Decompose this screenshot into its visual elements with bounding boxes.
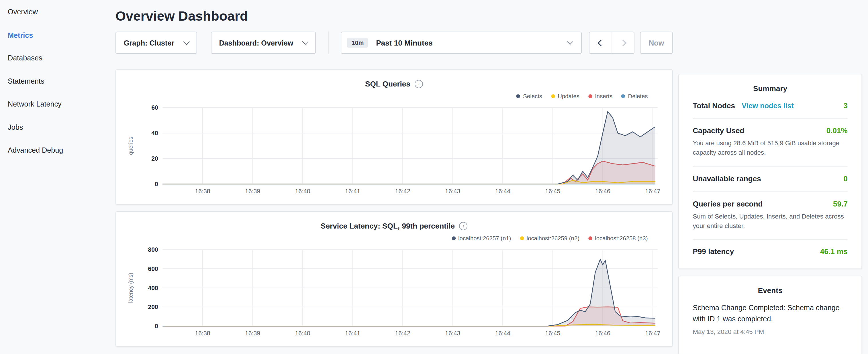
- legend-dot-icon: [621, 94, 625, 98]
- svg-text:20: 20: [151, 155, 158, 162]
- svg-text:latency (ms): latency (ms): [128, 273, 134, 303]
- legend-item[interactable]: Inserts: [588, 93, 612, 99]
- chart-canvas: 020406016:3816:3916:4016:4116:4216:4316:…: [126, 103, 662, 197]
- svg-text:16:38: 16:38: [195, 330, 210, 337]
- summary-panel: Summary Total NodesView nodes list3Capac…: [678, 74, 862, 269]
- time-back-button[interactable]: [589, 32, 612, 53]
- chevron-down-icon: [302, 38, 309, 45]
- svg-text:16:41: 16:41: [345, 188, 360, 195]
- summary-value: 46.1 ms: [820, 248, 848, 256]
- svg-text:16:39: 16:39: [245, 188, 260, 195]
- graph-dropdown[interactable]: Graph: Cluster: [116, 32, 197, 54]
- svg-text:16:43: 16:43: [445, 330, 460, 337]
- summary-description: Sum of Selects, Updates, Inserts, and De…: [693, 212, 847, 231]
- app-root: OverviewMetricsDatabasesStatementsNetwor…: [0, 0, 868, 354]
- legend-item[interactable]: Updates: [551, 93, 580, 99]
- legend-item[interactable]: localhost:26257 (n1): [452, 234, 511, 241]
- sidebar-item-statements[interactable]: Statements: [8, 70, 109, 93]
- chart-plot: 020040060080016:3816:3916:4016:4116:4216…: [126, 245, 662, 340]
- chevron-right-icon: [620, 39, 627, 46]
- svg-text:60: 60: [151, 104, 158, 111]
- chart-header: Service Latency: SQL, 99th percentile i: [126, 220, 662, 232]
- summary-label: P99 latency: [693, 248, 734, 256]
- event-timestamp: May 13, 2020 at 4:45 PM: [693, 328, 847, 335]
- legend-label: Inserts: [595, 93, 612, 99]
- summary-rows: Total NodesView nodes list3Capacity Used…: [693, 98, 847, 264]
- time-forward-button[interactable]: [612, 32, 634, 53]
- events-title: Events: [693, 277, 847, 300]
- legend-item[interactable]: localhost:26258 (n3): [588, 234, 648, 241]
- svg-text:0: 0: [155, 323, 158, 330]
- svg-text:40: 40: [151, 130, 158, 137]
- info-icon[interactable]: i: [415, 79, 423, 88]
- sidebar-item-overview[interactable]: Overview: [8, 1, 109, 24]
- legend-label: localhost:26258 (n3): [595, 234, 648, 241]
- legend-dot-icon: [520, 236, 524, 240]
- time-range-badge: 10m: [347, 38, 368, 48]
- svg-text:16:42: 16:42: [395, 330, 410, 337]
- chart-plot: 020406016:3816:3916:4016:4116:4216:4316:…: [126, 103, 662, 197]
- svg-text:16:40: 16:40: [295, 330, 310, 337]
- time-range-label: Past 10 Minutes: [376, 39, 433, 47]
- service-latency-chart-panel: Service Latency: SQL, 99th percentile i …: [116, 212, 673, 347]
- summary-label: Capacity Used: [693, 127, 744, 135]
- sidebar-item-metrics[interactable]: Metrics: [8, 24, 109, 46]
- summary-value: 59.7: [833, 199, 848, 207]
- svg-text:16:41: 16:41: [345, 330, 360, 337]
- legend-label: Deletes: [628, 93, 648, 99]
- summary-value: 0: [843, 174, 848, 183]
- sidebar-item-databases[interactable]: Databases: [8, 47, 109, 70]
- legend-label: Selects: [523, 93, 542, 99]
- legend-dot-icon: [517, 94, 520, 98]
- summary-label: Unavailable ranges: [693, 174, 761, 183]
- info-icon[interactable]: i: [459, 222, 467, 230]
- svg-text:16:39: 16:39: [245, 330, 260, 337]
- summary-row: Queries per second59.7Sum of Selects, Up…: [693, 191, 847, 239]
- page-title: Overview Dashboard: [116, 8, 673, 24]
- svg-text:16:45: 16:45: [545, 188, 560, 195]
- sql-queries-chart-panel: SQL Queries i SelectsUpdatesInsertsDelet…: [116, 69, 673, 205]
- svg-text:16:47: 16:47: [645, 330, 660, 337]
- sidebar-item-jobs[interactable]: Jobs: [8, 116, 109, 139]
- sidebar-nav: OverviewMetricsDatabasesStatementsNetwor…: [0, 0, 109, 354]
- events-panel: Events Schema Change Completed: Schema c…: [678, 276, 862, 354]
- summary-label: Total Nodes: [693, 101, 735, 110]
- svg-text:16:44: 16:44: [495, 188, 510, 195]
- chart-legend: localhost:26257 (n1)localhost:26259 (n2)…: [126, 233, 662, 243]
- graph-dropdown-label: Graph: Cluster: [124, 39, 174, 47]
- summary-row: Unavailable ranges0: [693, 166, 847, 191]
- event-item[interactable]: Schema Change Completed: Schema change w…: [693, 300, 847, 335]
- svg-text:queries: queries: [128, 137, 134, 155]
- legend-item[interactable]: Deletes: [621, 93, 648, 99]
- legend-item[interactable]: localhost:26259 (n2): [520, 234, 580, 241]
- chart-title: Service Latency: SQL, 99th percentile: [321, 222, 455, 230]
- time-range-dropdown[interactable]: 10m Past 10 Minutes: [341, 32, 582, 54]
- sidebar-item-advanced-debug[interactable]: Advanced Debug: [8, 139, 109, 162]
- dashboard-dropdown-label: Dashboard: Overview: [219, 39, 293, 47]
- main-content: Overview Dashboard Graph: Cluster Dashbo…: [116, 0, 673, 347]
- legend-item[interactable]: Selects: [517, 93, 542, 99]
- legend-label: localhost:26259 (n2): [527, 234, 580, 241]
- chevron-down-icon: [567, 38, 574, 45]
- controls-divider: [329, 32, 329, 54]
- svg-text:16:47: 16:47: [645, 188, 660, 195]
- summary-row: Total NodesView nodes list3: [693, 98, 847, 118]
- svg-text:400: 400: [148, 285, 158, 292]
- svg-text:16:46: 16:46: [595, 330, 610, 337]
- svg-text:16:42: 16:42: [395, 188, 410, 195]
- svg-text:16:46: 16:46: [595, 188, 610, 195]
- svg-text:16:44: 16:44: [495, 330, 510, 337]
- summary-description: You are using 28.6 MiB of 515.9 GiB usab…: [693, 139, 847, 158]
- summary-value: 0.01%: [827, 127, 848, 135]
- summary-value: 3: [843, 101, 848, 110]
- svg-text:600: 600: [148, 265, 158, 272]
- dashboard-dropdown[interactable]: Dashboard: Overview: [211, 32, 316, 54]
- now-button[interactable]: Now: [640, 32, 673, 54]
- chart-canvas: 020040060080016:3816:3916:4016:4116:4216…: [126, 245, 662, 340]
- legend-label: Updates: [558, 93, 580, 99]
- sidebar-item-network-latency[interactable]: Network Latency: [8, 93, 109, 116]
- svg-text:800: 800: [148, 246, 158, 253]
- view-nodes-link[interactable]: View nodes list: [742, 101, 794, 110]
- svg-text:16:43: 16:43: [445, 188, 460, 195]
- svg-text:200: 200: [148, 303, 158, 311]
